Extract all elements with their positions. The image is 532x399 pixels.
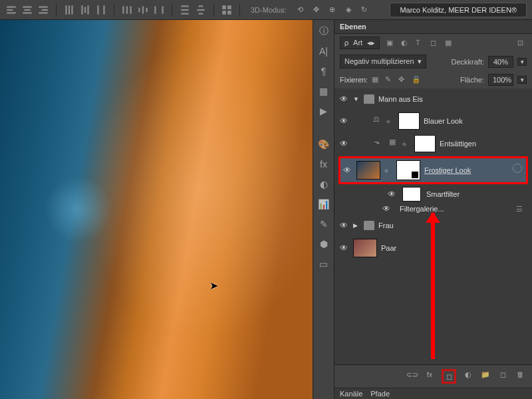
align-icon[interactable] xyxy=(5,4,17,16)
filter-smart-icon[interactable]: ▦ xyxy=(445,39,454,48)
svg-rect-9 xyxy=(65,5,66,15)
align-icon[interactable] xyxy=(21,4,33,16)
actions-icon[interactable]: ▦ xyxy=(317,84,331,98)
layer-row-selected[interactable]: 👁 ⎆ Frostiger Look xyxy=(338,156,528,184)
visibility-icon[interactable]: 👁 xyxy=(388,190,397,199)
layer-group-row[interactable]: 👁 ▼ Mann aus Eis xyxy=(334,88,532,110)
3d-icon[interactable]: ⬢ xyxy=(317,237,331,251)
info-icon[interactable]: ⓘ xyxy=(317,24,331,39)
visibility-icon[interactable]: 👁 xyxy=(382,204,392,213)
layer-name[interactable]: Entsättigen xyxy=(440,140,476,148)
layers-tab[interactable]: Ebenen xyxy=(340,23,366,31)
filter-adjust-icon[interactable]: ◐ xyxy=(401,39,410,48)
fx-icon[interactable]: fx xyxy=(424,369,435,380)
opacity-dropdown-icon[interactable]: ▾ xyxy=(517,58,527,66)
distribute-icon[interactable] xyxy=(79,4,91,16)
visibility-icon[interactable]: 👁 xyxy=(340,94,349,104)
paths-tab[interactable]: Pfade xyxy=(370,390,390,398)
pan-icon[interactable]: ✥ xyxy=(311,4,323,16)
new-layer-icon[interactable]: ◻ xyxy=(497,369,508,380)
new-group-icon[interactable]: 📁 xyxy=(480,369,491,380)
align-icon[interactable] xyxy=(37,4,49,16)
layer-name[interactable]: Blauer Look xyxy=(424,117,463,125)
move-3d-icon[interactable]: ⊕ xyxy=(327,4,338,16)
layer-mask-thumb[interactable] xyxy=(414,135,436,152)
smartfilter-row[interactable]: 👁 Smartfilter xyxy=(334,186,532,203)
add-mask-icon[interactable]: ◻ xyxy=(442,369,456,384)
notes-icon[interactable]: ▭ xyxy=(317,257,331,271)
lock-pixels-icon[interactable]: ✎ xyxy=(385,75,394,84)
rotate-3d-icon[interactable]: ↻ xyxy=(358,4,370,16)
distribute-h-icon[interactable] xyxy=(153,4,165,16)
new-adjustment-icon[interactable]: ◐ xyxy=(463,369,473,380)
swatches-icon[interactable]: 🎨 xyxy=(317,137,331,152)
svg-rect-16 xyxy=(103,5,104,15)
svg-rect-22 xyxy=(146,7,148,12)
expand-icon[interactable]: ▶ xyxy=(353,222,360,229)
paragraph-icon[interactable]: ¶ xyxy=(317,64,331,78)
delete-icon[interactable]: 🗑 xyxy=(515,369,525,380)
clip-icon: ⬎ xyxy=(370,138,382,150)
canvas-image xyxy=(0,20,313,399)
distribute-h-icon[interactable] xyxy=(121,4,133,16)
panel-tab-bar: Ebenen xyxy=(334,20,532,34)
document-canvas[interactable]: ➤ xyxy=(0,20,313,399)
lock-pos-icon[interactable]: ✥ xyxy=(398,75,408,84)
character-icon[interactable]: A| xyxy=(317,44,331,59)
styles-icon[interactable]: fx xyxy=(317,157,331,172)
distribute-h-icon[interactable] xyxy=(137,4,149,16)
filter-type-icon[interactable]: T xyxy=(416,39,425,48)
filter-mask-thumb[interactable] xyxy=(402,187,421,201)
layer-row[interactable]: 👁 ⬎ ▦ ⎆ Entsättigen xyxy=(334,132,532,155)
svg-rect-24 xyxy=(162,6,164,13)
collapsed-panels: ⓘ A| ¶ ▦ ▶ 🎨 fx ◐ 📊 ✎ ⬢ ▭ xyxy=(313,20,334,399)
layer-thumb[interactable] xyxy=(356,161,380,180)
layer-name[interactable]: Frau xyxy=(378,221,394,229)
distribute-v-icon[interactable] xyxy=(195,4,207,16)
scale-3d-icon[interactable]: ◈ xyxy=(342,4,354,16)
layer-name[interactable]: Paar xyxy=(381,244,396,252)
auto-align-icon[interactable] xyxy=(221,4,233,16)
svg-rect-25 xyxy=(181,5,188,7)
visibility-icon[interactable]: 👁 xyxy=(340,139,349,148)
filter-type-select[interactable]: ρ Art◂▸ xyxy=(340,37,380,49)
separator xyxy=(56,3,57,17)
filter-image-icon[interactable]: ▣ xyxy=(386,39,396,48)
layer-name[interactable]: Frostiger Look xyxy=(424,166,471,174)
expand-icon[interactable]: ▼ xyxy=(353,96,360,102)
svg-rect-7 xyxy=(42,9,48,10)
adjustments-icon[interactable]: ◐ xyxy=(317,177,331,192)
visibility-icon[interactable]: 👁 xyxy=(343,166,352,175)
channels-tab[interactable]: Kanäle xyxy=(340,390,362,398)
link-layers-icon[interactable]: ⊂⊃ xyxy=(407,369,418,380)
histogram-icon[interactable]: 📊 xyxy=(317,197,331,211)
distribute-icon[interactable] xyxy=(63,4,75,16)
distribute-icon[interactable] xyxy=(95,4,107,16)
fill-input[interactable]: 100% xyxy=(488,74,513,86)
visibility-icon[interactable]: 👁 xyxy=(340,243,349,253)
filter-shape-icon[interactable]: ◻ xyxy=(430,39,440,48)
play-icon[interactable]: ▶ xyxy=(317,104,331,118)
layer-mask-thumb[interactable] xyxy=(398,112,420,130)
lock-trans-icon[interactable]: ▦ xyxy=(372,75,381,84)
opacity-input[interactable]: 40% xyxy=(488,56,513,68)
fill-dropdown-icon[interactable]: ▾ xyxy=(517,76,527,84)
layer-name[interactable]: Mann aus Eis xyxy=(378,95,423,103)
visibility-icon[interactable]: 👁 xyxy=(340,221,349,230)
visibility-icon[interactable]: 👁 xyxy=(340,116,349,126)
filter-toggle-icon[interactable]: ⊡ xyxy=(517,39,527,48)
svg-rect-26 xyxy=(181,9,188,10)
filter-options-icon[interactable]: ☰ xyxy=(516,205,527,213)
folder-icon xyxy=(364,221,374,230)
balance-icon: ⚖ xyxy=(370,115,382,127)
lock-all-icon[interactable]: 🔒 xyxy=(412,75,421,84)
blend-mode-select[interactable]: Negativ multiplizieren▾ xyxy=(340,55,426,68)
brush-icon[interactable]: ✎ xyxy=(317,217,331,231)
distribute-v-icon[interactable] xyxy=(179,4,191,16)
layer-thumb[interactable] xyxy=(353,239,377,257)
layer-mask-thumb[interactable] xyxy=(396,160,420,180)
folder-icon xyxy=(364,94,374,104)
link-icon: ⎆ xyxy=(384,167,392,174)
orbit-icon[interactable]: ⟲ xyxy=(295,4,307,16)
layer-row[interactable]: 👁 ⚖ ⎆ Blauer Look xyxy=(334,110,532,132)
